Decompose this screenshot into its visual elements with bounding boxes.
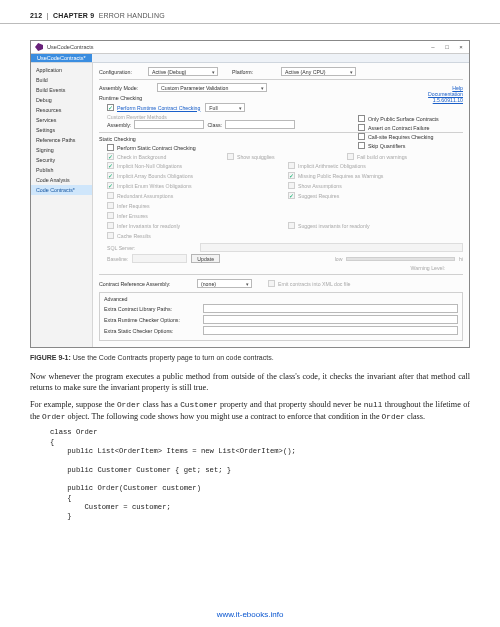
chapter-label: CHAPTER 9 — [53, 12, 94, 19]
configuration-combo[interactable]: Active (Debug) — [148, 67, 218, 76]
sidebar-item-signing[interactable]: Signing — [31, 145, 92, 155]
suggest-requires-checkbox — [288, 192, 295, 199]
implicit-enum-checkbox — [107, 182, 114, 189]
advanced-label: Advanced — [104, 296, 458, 302]
sidebar-item-application[interactable]: Application — [31, 65, 92, 75]
missing-requires-checkbox — [288, 172, 295, 179]
vs-logo-icon — [35, 43, 43, 51]
figure-caption: FIGURE 9-1: Use the Code Contracts prope… — [30, 354, 470, 361]
advanced-group: Advanced Extra Contract Library Paths: E… — [99, 292, 463, 341]
figure-caption-text: Use the Code Contracts property page to … — [73, 354, 274, 361]
emit-xml-label: Emit contracts into XML doc file — [278, 281, 350, 287]
rewriter-class-input[interactable] — [225, 120, 295, 129]
platform-label: Platform: — [232, 69, 277, 75]
close-button[interactable]: × — [457, 44, 465, 50]
sidebar-item-code-analysis[interactable]: Code Analysis — [31, 175, 92, 185]
sidebar-item-build[interactable]: Build — [31, 75, 92, 85]
fail-build-checkbox — [347, 153, 354, 160]
assembly-mode-combo[interactable]: Custom Parameter Validation — [157, 83, 267, 92]
redundant-assumptions-checkbox — [107, 192, 114, 199]
emit-xml-checkbox — [268, 280, 275, 287]
window-title: UseCodeContracts — [47, 44, 429, 50]
infer-requires-checkbox — [107, 202, 114, 209]
callsite-requires-checkbox[interactable] — [358, 133, 365, 140]
figure-window: UseCodeContracts – □ × UseCodeContracts*… — [30, 40, 470, 348]
runtime-level-combo[interactable]: Full — [205, 103, 245, 112]
contract-ref-label: Contract Reference Assembly: — [99, 281, 194, 287]
suggest-invariants-checkbox — [288, 222, 295, 229]
tab-usecodecontracts[interactable]: UseCodeContracts* — [31, 54, 92, 62]
perform-static-label: Perform Static Contract Checking — [117, 145, 196, 151]
rewriter-assembly-input[interactable] — [134, 120, 204, 129]
rewriter-class-label: Class: — [207, 122, 222, 128]
page-header: 212 | CHAPTER 9 ERROR HANDLING — [0, 0, 500, 24]
perform-runtime-label: Perform Runtime Contract Checking — [117, 105, 200, 111]
maximize-button[interactable]: □ — [443, 44, 451, 50]
skip-quantifiers-checkbox[interactable] — [358, 142, 365, 149]
warning-level-label: Warning Level: — [411, 265, 445, 271]
sidebar-item-build-events[interactable]: Build Events — [31, 85, 92, 95]
assert-on-failure-checkbox[interactable] — [358, 124, 365, 131]
properties-sidebar: Application Build Build Events Debug Res… — [31, 63, 93, 347]
extra-static-input[interactable] — [203, 326, 458, 335]
update-button[interactable]: Update — [191, 254, 220, 263]
warning-level-slider[interactable] — [346, 257, 455, 261]
contract-ref-combo[interactable]: (none) — [197, 279, 252, 288]
body-paragraph-1: Now whenever the program executes a publ… — [30, 371, 470, 393]
perform-runtime-checkbox[interactable] — [107, 104, 114, 111]
infer-invariants-checkbox — [107, 222, 114, 229]
vs-window: UseCodeContracts – □ × UseCodeContracts*… — [31, 41, 469, 347]
cache-results-checkbox — [107, 232, 114, 239]
check-in-background-checkbox — [107, 153, 114, 160]
infer-ensures-checkbox — [107, 212, 114, 219]
sidebar-item-publish[interactable]: Publish — [31, 165, 92, 175]
minimize-button[interactable]: – — [429, 44, 437, 50]
extra-lib-label: Extra Contract Library Paths: — [104, 306, 199, 312]
show-assumptions-checkbox — [288, 182, 295, 189]
version-link[interactable]: 1.5.60911.10 — [428, 97, 463, 103]
properties-main: Configuration: Active (Debug) Platform: … — [93, 63, 469, 347]
help-links: Help Documentation 1.5.60911.10 — [428, 85, 463, 104]
extra-runtime-input[interactable] — [203, 315, 458, 324]
sidebar-item-debug[interactable]: Debug — [31, 95, 92, 105]
runtime-checking-title: Runtime Checking — [99, 95, 463, 101]
chapter-title: ERROR HANDLING — [99, 12, 165, 19]
sql-server-input — [200, 243, 463, 252]
baseline-input — [132, 254, 187, 263]
extra-static-label: Extra Static Checker Options: — [104, 328, 199, 334]
extra-lib-input[interactable] — [203, 304, 458, 313]
configuration-label: Configuration: — [99, 69, 144, 75]
figure-caption-label: FIGURE 9-1: — [30, 354, 71, 361]
platform-combo[interactable]: Active (Any CPU) — [281, 67, 356, 76]
sidebar-item-security[interactable]: Security — [31, 155, 92, 165]
titlebar: UseCodeContracts – □ × — [31, 41, 469, 54]
implicit-arithmetic-checkbox — [288, 162, 295, 169]
sql-server-label: SQL Server: — [107, 245, 197, 251]
only-public-surface-checkbox[interactable] — [358, 115, 365, 122]
perform-static-checkbox[interactable] — [107, 144, 114, 151]
sidebar-item-code-contracts[interactable]: Code Contracts* — [31, 185, 92, 195]
sidebar-item-services[interactable]: Services — [31, 115, 92, 125]
footer-link[interactable]: www.it-ebooks.info — [0, 610, 500, 619]
assembly-mode-label: Assembly Mode: — [99, 85, 154, 91]
implicit-array-checkbox — [107, 172, 114, 179]
baseline-label: Baseline: — [107, 256, 128, 262]
sidebar-item-resources[interactable]: Resources — [31, 105, 92, 115]
tabstrip: UseCodeContracts* — [31, 54, 469, 63]
sidebar-item-settings[interactable]: Settings — [31, 125, 92, 135]
sidebar-item-reference-paths[interactable]: Reference Paths — [31, 135, 92, 145]
code-listing: class Order { public List<OrderItem> Ite… — [50, 428, 470, 522]
page-number: 212 — [30, 12, 42, 19]
body-paragraph-2: For example, suppose the Order class has… — [30, 399, 470, 422]
implicit-nonnull-checkbox — [107, 162, 114, 169]
show-squigglies-checkbox — [227, 153, 234, 160]
extra-runtime-label: Extra Runtime Checker Options: — [104, 317, 199, 323]
rewriter-assembly-label: Assembly: — [107, 122, 131, 128]
